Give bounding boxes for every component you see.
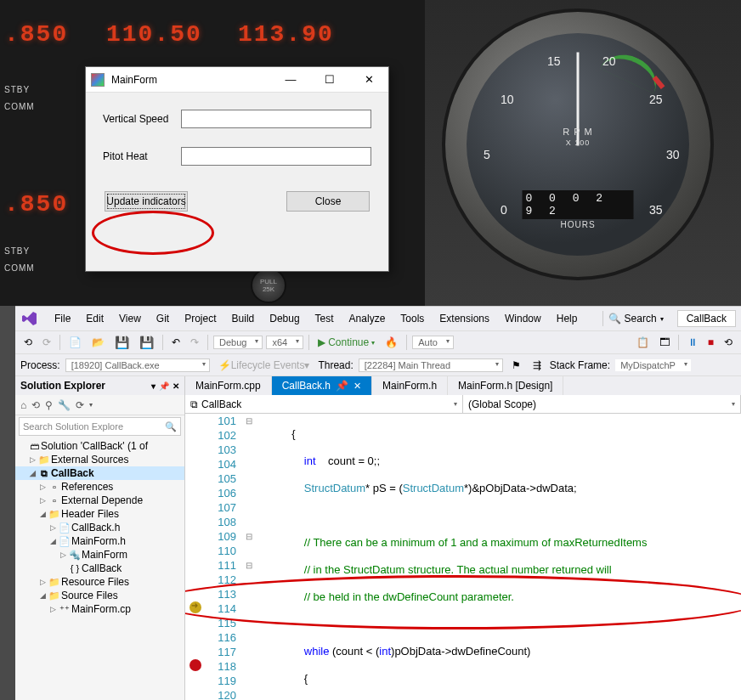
tree-external-sources[interactable]: ▷📁External Sources: [15, 453, 184, 466]
menu-test[interactable]: Test: [308, 309, 341, 328]
code-content[interactable]: { int count = 0;; StructDatum* pS = (Str…: [255, 414, 741, 700]
tree-header-files[interactable]: ◢📁Header Files: [15, 507, 184, 521]
breakpoint-icon[interactable]: [189, 659, 201, 671]
vs-solution-name-pill[interactable]: CallBack: [677, 310, 736, 327]
editor-navbar: ⧉ CallBack (Global Scope): [185, 395, 741, 414]
tree-mainform-cpp[interactable]: ▷⁺⁺MainForm.cp: [15, 602, 184, 616]
process-dropdown[interactable]: [18920] CallBack.exe: [65, 358, 210, 372]
code-area[interactable]: 1011021031041051061071081091101111121131…: [185, 414, 741, 700]
tree-callback-project[interactable]: ◢⧉CallBack: [15, 466, 184, 480]
stack-frame-dropdown[interactable]: MyDispatchP: [615, 359, 691, 371]
pause-button[interactable]: ⏸: [684, 335, 701, 350]
navbar-project-dropdown[interactable]: ⧉ CallBack: [185, 395, 463, 413]
save-all-button[interactable]: 💾: [136, 334, 157, 351]
tree-solution[interactable]: 🗃Solution 'CallBack' (1 of: [15, 439, 184, 453]
vs-toolbar: ⟲ ⟳ 📄 📂 💾 💾 ↶ ↷ Debug x64 ▶Continue▾ 🔥 A…: [15, 330, 741, 354]
gauge-tick-0: 0: [501, 203, 507, 217]
tree-resource-files[interactable]: ▷📁Resource Files: [15, 575, 184, 589]
tree-mainform-h[interactable]: ◢📄MainForm.h: [15, 534, 184, 548]
undo-button[interactable]: ↶: [168, 335, 184, 350]
maximize-button[interactable]: ☐: [310, 67, 349, 93]
threads-icon[interactable]: ⇶: [529, 358, 545, 373]
solution-tree: 🗃Solution 'CallBack' (1 of ▷📁External So…: [15, 438, 184, 700]
menu-window[interactable]: Window: [498, 309, 548, 328]
solution-explorer-header[interactable]: Solution Explorer ▾ 📌 ✕: [15, 376, 184, 395]
vertical-speed-row: Vertical Speed: [103, 110, 371, 128]
tree-source-files[interactable]: ◢📁Source Files: [15, 589, 184, 602]
menu-build[interactable]: Build: [225, 309, 262, 328]
lifecycle-events-button[interactable]: ⚡ Lifecycle Events ▾: [215, 358, 314, 373]
tree-references[interactable]: ▷▫References: [15, 480, 184, 494]
se-sync-icon[interactable]: ⚲: [45, 399, 53, 411]
solution-explorer-toolbar: ⌂ ⟲ ⚲ 🔧 ⟳ ▾: [15, 395, 184, 415]
config-dropdown[interactable]: Debug: [213, 336, 263, 349]
nav-back-button[interactable]: ⟲: [20, 335, 36, 350]
search-icon: 🔍: [608, 313, 621, 325]
nav-forward-button[interactable]: ⟳: [39, 335, 54, 350]
stop-button[interactable]: ■: [704, 335, 717, 350]
restart-button[interactable]: ⟲: [721, 335, 736, 350]
menu-analyze[interactable]: Analyze: [342, 309, 393, 328]
close-tab-icon[interactable]: ✕: [354, 381, 361, 392]
se-refresh-icon[interactable]: ⟳: [76, 399, 84, 411]
close-button[interactable]: Close: [286, 191, 370, 212]
vs-search[interactable]: 🔍 Search ▾: [602, 311, 669, 326]
pin-icon[interactable]: 📌: [159, 381, 169, 391]
minimize-button[interactable]: —: [271, 67, 310, 93]
open-button[interactable]: 📂: [88, 335, 108, 350]
tree-callback-h[interactable]: ▷📄CallBack.h: [15, 521, 184, 534]
vertical-speed-input[interactable]: [181, 110, 371, 128]
pin-icon[interactable]: 📌: [336, 380, 348, 392]
menu-help[interactable]: Help: [550, 309, 585, 328]
tab-mainform-h-design[interactable]: MainForm.h [Design]: [448, 376, 563, 395]
menu-extensions[interactable]: Extensions: [433, 309, 496, 328]
menu-debug[interactable]: Debug: [263, 309, 306, 328]
fold-gutter[interactable]: ⊟⊟⊟: [243, 414, 255, 700]
current-line-indicator-icon[interactable]: [189, 601, 201, 613]
lifecycle-label: Lifecycle Events: [231, 359, 305, 371]
close-panel-icon[interactable]: ✕: [173, 381, 179, 391]
menu-tools[interactable]: Tools: [393, 309, 431, 328]
vs-debug-toolbar: Process: [18920] CallBack.exe ⚡ Lifecycl…: [15, 354, 741, 376]
dropdown-icon[interactable]: ▾: [151, 381, 156, 391]
hot-reload-button[interactable]: 🔥: [382, 335, 401, 350]
se-back-icon[interactable]: ⟲: [31, 399, 40, 411]
line-number-gutter: 1011021031041051061071081091101111121131…: [206, 414, 243, 700]
tree-external-dependencies[interactable]: ▷▫External Depende: [15, 494, 184, 507]
gauge-tick-10: 10: [501, 93, 514, 106]
save-button[interactable]: 💾: [111, 334, 133, 351]
se-home-icon[interactable]: ⌂: [20, 399, 26, 411]
se-wrench-icon[interactable]: 🔧: [58, 399, 71, 411]
thread-label: Thread:: [318, 359, 353, 371]
navbar-scope-dropdown[interactable]: (Global Scope): [463, 395, 741, 413]
auto-dropdown[interactable]: Auto: [412, 336, 454, 349]
menu-project[interactable]: Project: [178, 309, 223, 328]
solution-explorer-search[interactable]: Search Solution Explore 🔍: [19, 417, 181, 436]
tab-callback-h[interactable]: CallBack.h📌✕: [272, 376, 372, 395]
tab-mainform-h[interactable]: MainForm.h: [372, 376, 448, 395]
search-placeholder: Search Solution Explore: [23, 421, 123, 432]
toolbar-icon-2[interactable]: 🗔: [656, 335, 673, 350]
tab-mainform-cpp[interactable]: MainForm.cpp: [185, 376, 272, 395]
menu-view[interactable]: View: [112, 309, 148, 328]
new-item-button[interactable]: 📄: [65, 335, 85, 350]
continue-button[interactable]: ▶Continue▾: [314, 335, 378, 350]
mainform-titlebar[interactable]: MainForm — ☐ ✕: [86, 67, 388, 93]
menu-file[interactable]: File: [48, 309, 77, 328]
redo-button[interactable]: ↷: [187, 335, 202, 350]
vs-search-label: Search: [625, 313, 657, 325]
toolbar-icon-1[interactable]: 📋: [633, 335, 653, 350]
solution-explorer-title: Solution Explorer: [20, 380, 105, 392]
pitot-heat-row: Pitot Heat: [103, 147, 371, 166]
menu-edit[interactable]: Edit: [79, 309, 110, 328]
close-window-button[interactable]: ✕: [349, 67, 388, 93]
platform-dropdown[interactable]: x64: [266, 336, 303, 349]
pitot-heat-input[interactable]: [181, 147, 371, 166]
breakpoint-margin[interactable]: [185, 414, 206, 700]
tree-mainform-class[interactable]: ▷🔩MainForm: [15, 548, 184, 562]
tree-callback-namespace[interactable]: { }CallBack: [15, 562, 184, 575]
menu-git[interactable]: Git: [150, 309, 176, 328]
flag-icon[interactable]: ⚑: [508, 358, 524, 373]
update-indicators-button[interactable]: Update indicators: [105, 191, 188, 212]
thread-dropdown[interactable]: [22284] Main Thread: [359, 358, 503, 372]
